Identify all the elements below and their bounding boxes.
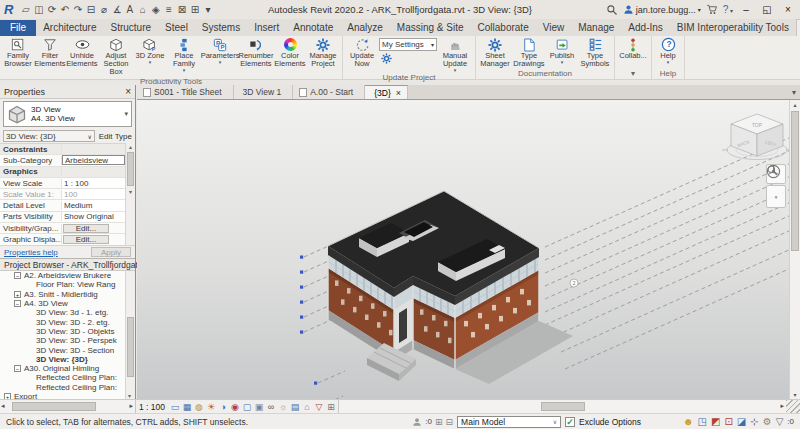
- type-selector[interactable]: 3D ViewA4. 3D View ▾: [3, 101, 132, 127]
- qat-dimension-icon[interactable]: ∡: [110, 4, 123, 15]
- property-row[interactable]: Graphic Displa... Edit...: [0, 234, 125, 245]
- reveal-constraints-icon[interactable]: ▽: [313, 401, 325, 413]
- worksharing-display-icon[interactable]: ⊞: [325, 401, 337, 413]
- browser-horizontal-scrollbar[interactable]: ◂▸: [0, 400, 136, 413]
- update-settings-gear-icon[interactable]: [381, 53, 392, 64]
- parameters-button[interactable]: PP Parameters▾: [202, 37, 238, 64]
- temporary-hide-isolate-icon[interactable]: ∞: [265, 401, 277, 413]
- qat-sync-icon[interactable]: ⟳: [45, 4, 58, 15]
- sheet-manager-button[interactable]: Sheet Manager: [478, 37, 512, 68]
- place-family-button[interactable]: Place Family▾: [166, 37, 202, 72]
- qat-thin-lines-icon[interactable]: ≡: [162, 4, 175, 15]
- property-row[interactable]: Sub-Category Arbeidsview: [0, 155, 125, 166]
- qat-section-icon[interactable]: ◈: [149, 4, 162, 15]
- ribbon-tab[interactable]: Steel: [158, 20, 195, 36]
- workset-status-icon[interactable]: ⊟: [446, 417, 454, 427]
- background-processes-icon[interactable]: ⚙: [763, 416, 772, 428]
- qat-switch-windows-icon[interactable]: ⊞: [188, 4, 201, 15]
- tree-item[interactable]: 3D View: 3D - Objekts: [0, 327, 125, 336]
- publish-button[interactable]: Publish▾: [546, 37, 578, 64]
- tree-item[interactable]: Reflected Ceiling Plan:: [0, 373, 125, 382]
- render-icon[interactable]: ◉: [229, 401, 241, 413]
- property-row[interactable]: View Scale 1 : 100: [0, 178, 125, 189]
- properties-close-icon[interactable]: ×: [125, 86, 131, 97]
- qat-undo-icon[interactable]: ↶: [58, 4, 71, 15]
- instance-selector-dropdown[interactable]: 3D View: {3D}∨: [3, 130, 95, 142]
- adjust-section-box-button[interactable]: Adjust Section Box: [98, 37, 134, 76]
- analytical-model-icon[interactable]: ⌂: [301, 401, 313, 413]
- canvas-horizontal-scrollbar[interactable]: ▸: [338, 400, 786, 413]
- ribbon-tab[interactable]: Collaborate: [471, 20, 536, 36]
- qat-print-icon[interactable]: ⊟: [84, 4, 97, 15]
- qat-text-icon[interactable]: A: [123, 4, 136, 15]
- worksets-dialog-icon[interactable]: ⊞: [435, 417, 443, 427]
- renumber-elements-button[interactable]: Renumber Elements: [238, 37, 274, 68]
- filter-elements-button[interactable]: Filter Elements: [34, 37, 66, 68]
- tree-item[interactable]: + A3. Snitt - Midlertidig: [0, 290, 125, 299]
- tree-toggle-icon[interactable]: −: [14, 365, 21, 372]
- view-tab-close-icon[interactable]: ×: [396, 88, 401, 98]
- qat-redo-icon[interactable]: ↷: [71, 4, 84, 15]
- help-button[interactable]: ? Help▾: [654, 37, 682, 64]
- tree-item[interactable]: Floor Plan: View Rang: [0, 280, 125, 289]
- ribbon-tab[interactable]: Massing & Site: [390, 20, 471, 36]
- qat-open-icon[interactable]: ▱: [19, 4, 32, 15]
- ribbon-tab[interactable]: Analyze: [340, 20, 390, 36]
- qat-close-hidden-icon[interactable]: ⊠: [175, 4, 188, 15]
- property-row[interactable]: Visibility/Grap... Edit...: [0, 223, 125, 234]
- family-browser-button[interactable]: Family Browser: [2, 37, 34, 68]
- tree-item[interactable]: 3D View: 3d - 1. etg.: [0, 308, 125, 317]
- help-menu-button[interactable]: ? ▾: [723, 4, 733, 15]
- crop-region-visibility-icon[interactable]: ▣: [253, 401, 265, 413]
- view-scale-button[interactable]: 1 : 100: [139, 402, 165, 412]
- property-row[interactable]: Scale Value 1: 100: [0, 189, 125, 200]
- type-symbols-button[interactable]: Type Symbols: [578, 37, 612, 68]
- crop-size-icon[interactable]: ▭: [169, 401, 181, 413]
- my-settings-dropdown[interactable]: My Settings▾: [379, 38, 437, 51]
- tree-toggle-icon[interactable]: −: [14, 300, 21, 307]
- shadows-icon[interactable]: ◑: [217, 401, 229, 413]
- qat-customize-icon[interactable]: ▾: [201, 4, 214, 15]
- collab-group-expander[interactable]: ▾: [615, 68, 651, 79]
- ribbon-tab[interactable]: Add-Ins: [621, 20, 669, 36]
- tree-toggle-icon[interactable]: +: [14, 291, 21, 298]
- minimize-button[interactable]: –: [738, 4, 754, 15]
- building-model[interactable]: [328, 191, 573, 384]
- ribbon-tab[interactable]: Structure: [103, 20, 158, 36]
- selection-filter-icon[interactable]: ▽: [776, 416, 784, 428]
- tree-item[interactable]: 3D View: 3D - 2. etg.: [0, 317, 125, 326]
- drag-elements-icon[interactable]: ⊹: [750, 416, 758, 428]
- view-tab[interactable]: {3D} ×: [365, 85, 408, 99]
- view-tab[interactable]: S001 - Title Sheet: [137, 85, 234, 99]
- zoom-tool-icon[interactable]: ▾: [766, 185, 786, 208]
- resize-grip[interactable]: [786, 400, 800, 413]
- tree-item[interactable]: 3D View: 3D - Perspek: [0, 336, 125, 345]
- property-row[interactable]: Parts Visibility Show Original: [0, 212, 125, 223]
- sun-path-icon[interactable]: ☀: [205, 401, 217, 413]
- tree-item[interactable]: 3D View: {3D}: [0, 355, 125, 364]
- ribbon-tab[interactable]: View: [536, 20, 572, 36]
- properties-help-link[interactable]: Properties help: [4, 248, 58, 257]
- properties-scrollbar[interactable]: ▴▾: [125, 143, 135, 245]
- manage-project-button[interactable]: Manage Project: [306, 37, 340, 68]
- ribbon-tab[interactable]: Manage: [571, 20, 621, 36]
- grid-bubble[interactable]: 2: [570, 279, 578, 287]
- edit-type-button[interactable]: Edit Type: [99, 132, 132, 141]
- tree-item[interactable]: + Export: [0, 392, 125, 399]
- ribbon-tab[interactable]: Annotate: [286, 20, 340, 36]
- ribbon-tab[interactable]: Systems: [195, 20, 247, 36]
- select-links-icon[interactable]: ◳: [698, 416, 707, 428]
- revit-logo[interactable]: R: [4, 2, 13, 17]
- detail-level-icon[interactable]: ▦: [181, 401, 193, 413]
- design-options-icon[interactable]: ☻: [683, 416, 694, 428]
- restore-button[interactable]: ◱: [759, 4, 775, 15]
- view-tab[interactable]: 3D View 1: [234, 85, 294, 99]
- update-now-button[interactable]: Update Now: [345, 37, 379, 68]
- tree-item[interactable]: − A2. Arbeidsview Brukere: [0, 271, 125, 280]
- property-row[interactable]: Constraints: [0, 144, 125, 155]
- select-pinned-elements-icon[interactable]: ⊡: [724, 416, 732, 428]
- canvas-vertical-scrollbar[interactable]: ▴▾: [789, 100, 800, 400]
- view-tab[interactable]: A.00 - Start: [293, 85, 365, 99]
- crop-view-icon[interactable]: ▢: [241, 401, 253, 413]
- ribbon-tab[interactable]: BIM Interoperability Tools: [670, 20, 796, 36]
